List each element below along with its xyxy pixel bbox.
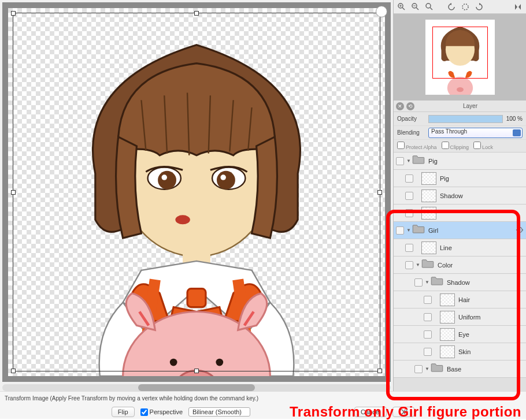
layer-name: Hair (458, 296, 524, 303)
navigator-viewport-rect[interactable] (432, 27, 488, 79)
layer-name: Pig (428, 158, 524, 165)
layer-row[interactable]: Shadow (394, 187, 526, 205)
protect-alpha-checkbox[interactable] (397, 142, 405, 149)
layer-name: Uniform (458, 314, 524, 321)
gear-icon[interactable] (516, 226, 524, 235)
layer-thumbnail (421, 172, 436, 185)
layer-name: Skin (458, 348, 524, 355)
zoom-out-icon[interactable] (411, 2, 420, 12)
opacity-label: Opacity (397, 116, 425, 122)
layer-name: Shadow (447, 279, 524, 286)
layer-expand-toggle[interactable]: ▼ (425, 280, 431, 285)
layer-row[interactable]: Eye (394, 326, 526, 343)
folder-icon (431, 363, 443, 376)
svg-point-12 (216, 359, 223, 366)
layer-row[interactable]: ▼Color (394, 257, 526, 274)
layer-visibility-toggle[interactable] (396, 226, 404, 235)
lock-checkbox[interactable] (473, 142, 481, 149)
layer-visibility-toggle[interactable] (424, 348, 432, 356)
blending-mode-select[interactable]: Pass Through (428, 128, 523, 138)
layer-visibility-toggle[interactable] (424, 330, 432, 339)
layer-row[interactable]: Hair (394, 291, 526, 309)
perspective-label: Perspective (150, 408, 183, 415)
opacity-value: 100 % (506, 116, 523, 122)
layer-visibility-toggle[interactable] (414, 365, 423, 373)
horizontal-scrollbar[interactable] (2, 384, 391, 391)
svg-point-2 (158, 171, 176, 189)
layer-thumbnail (421, 207, 436, 220)
svg-point-30 (519, 229, 521, 231)
layer-expand-toggle[interactable]: ▼ (425, 366, 431, 371)
layer-row[interactable]: ▼Shadow (394, 274, 526, 291)
interpolation-select[interactable]: Bilinear (Smooth) (188, 407, 250, 417)
layer-visibility-toggle[interactable] (405, 192, 413, 200)
artwork-svg (8, 8, 385, 376)
annotation-text: Transform only Girl figure portion (290, 404, 521, 420)
layer-thumbnail (440, 311, 455, 324)
layer-row[interactable]: Uniform (394, 309, 526, 326)
svg-line-24 (430, 8, 432, 10)
svg-point-23 (426, 3, 431, 8)
layer-visibility-toggle[interactable] (396, 157, 404, 165)
layer-row[interactable] (394, 205, 526, 222)
layer-expand-toggle[interactable]: ▼ (406, 228, 412, 233)
panel-close-icon[interactable]: ✕ (396, 102, 404, 110)
svg-point-7 (175, 215, 190, 224)
svg-rect-9 (187, 289, 206, 307)
layer-row[interactable]: ▼Pig (394, 153, 526, 170)
folder-icon (412, 224, 425, 237)
zoom-fit-icon[interactable] (425, 2, 434, 12)
svg-point-28 (457, 87, 464, 92)
rotate-reset-icon[interactable] (461, 2, 470, 12)
layer-row[interactable]: ▼Base (394, 360, 526, 378)
layer-visibility-toggle[interactable] (405, 244, 413, 252)
layer-name: Girl (428, 227, 516, 234)
flip-icon[interactable] (513, 2, 523, 12)
navigator-thumbnail (425, 20, 495, 95)
folder-icon (421, 259, 434, 272)
svg-point-6 (220, 174, 226, 180)
navigator[interactable] (394, 14, 526, 101)
flip-button[interactable]: Flip (112, 407, 135, 417)
svg-point-25 (462, 4, 468, 10)
layer-thumbnail (421, 241, 436, 254)
right-panel: ✕ ⟲ Layer Opacity 100 % Blending Pass Th… (393, 0, 526, 393)
layer-visibility-toggle[interactable] (405, 261, 413, 269)
perspective-checkbox[interactable] (140, 408, 148, 416)
lock-label: Lock (482, 144, 493, 150)
svg-line-17 (402, 8, 405, 10)
rotate-right-icon[interactable] (475, 2, 484, 12)
layer-visibility-toggle[interactable] (405, 209, 413, 217)
panel-menu-icon[interactable]: ⟲ (406, 102, 414, 110)
canvas-viewport[interactable] (2, 2, 391, 382)
layer-row[interactable]: Pig (394, 170, 526, 187)
clipping-label: Clipping (450, 144, 469, 150)
svg-point-5 (217, 171, 235, 189)
layer-name: Color (438, 262, 524, 269)
layer-name: Pig (440, 175, 524, 182)
layer-visibility-toggle[interactable] (424, 296, 432, 304)
folder-icon (412, 155, 425, 168)
layer-thumbnail (440, 328, 455, 341)
layer-visibility-toggle[interactable] (405, 174, 413, 183)
layer-row[interactable]: Line (394, 239, 526, 257)
status-bar: Transform Image (Apply Free Transform by… (0, 391, 526, 405)
layer-row[interactable]: Skin (394, 343, 526, 360)
layer-name: Shadow (440, 192, 524, 199)
layer-expand-toggle[interactable]: ▼ (406, 158, 412, 163)
zoom-in-icon[interactable] (397, 2, 406, 12)
layer-visibility-toggle[interactable] (424, 313, 432, 321)
opacity-slider[interactable] (428, 115, 503, 123)
clipping-checkbox[interactable] (442, 142, 449, 149)
layer-tree[interactable]: ▼PigPigShadow▼GirlLine▼Color▼ShadowHairU… (394, 153, 526, 393)
layer-thumbnail (440, 345, 455, 358)
layer-visibility-toggle[interactable] (414, 278, 423, 287)
layer-panel-title: Layer (417, 103, 524, 109)
svg-point-11 (170, 359, 177, 366)
layer-row[interactable]: ▼Girl (394, 222, 526, 239)
layer-panel: ✕ ⟲ Layer Opacity 100 % Blending Pass Th… (394, 101, 526, 393)
rotate-left-icon[interactable] (447, 2, 456, 12)
mascot-icon (376, 6, 387, 17)
layer-thumbnail (421, 189, 436, 202)
layer-expand-toggle[interactable]: ▼ (416, 262, 421, 267)
